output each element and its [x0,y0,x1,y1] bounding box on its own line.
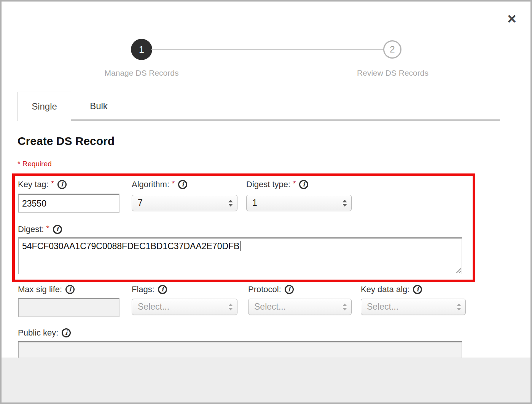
tab-bar-divider [18,119,500,121]
key-tag-input[interactable] [18,194,119,213]
tab-bulk-label: Bulk [90,101,108,111]
digest-value: 54FCF030AA1C79C0088FDEC1BD1C37DAA2E70DFB [22,241,239,251]
info-icon[interactable]: i [65,285,75,294]
digest-type-select-value: 1 [252,198,257,208]
select-arrows-icon [228,304,233,310]
key-data-alg-select[interactable]: Select... [361,299,466,315]
digest-type-label-text: Digest type: [246,180,290,189]
flags-select[interactable]: Select... [132,299,237,315]
key-data-alg-label-text: Key data alg: [361,285,409,294]
required-asterisk: * [172,179,175,188]
tab-single-label: Single [32,101,57,112]
digest-textarea[interactable]: 54FCF030AA1C79C0088FDEC1BD1C37DAA2E70DFB [18,237,462,274]
page-title: Create DS Record [18,135,115,148]
protocol-label-text: Protocol: [248,285,281,294]
protocol-select[interactable]: Select... [248,299,352,315]
info-glyph: i [303,181,305,188]
public-key-label-text: Public key: [18,328,58,338]
info-glyph: i [69,286,71,293]
select-arrows-icon [342,200,347,207]
tab-bulk[interactable]: Bulk [71,93,126,119]
digest-label-text: Digest: [18,224,44,234]
info-glyph: i [161,286,164,293]
info-glyph: i [417,286,419,293]
stepper-connector-line [151,49,384,50]
flags-label-text: Flags: [132,285,155,294]
create-ds-record-dialog: × 1 2 Manage DS Records Review DS Record… [0,0,532,404]
step-2-label: Review DS Records [332,68,454,78]
step-1-label: Manage DS Records [81,68,202,78]
info-icon[interactable]: i [285,285,294,294]
max-sig-life-input[interactable] [18,298,119,317]
info-glyph: i [61,181,63,188]
select-arrows-icon [228,200,233,207]
protocol-select-value: Select... [254,302,286,312]
text-cursor [240,241,241,251]
algorithm-label: Algorithm: * i [132,179,187,190]
algorithm-select-value: 7 [138,198,143,208]
digest-label: Digest: * i [18,224,62,235]
step-2-number: 2 [390,44,395,55]
info-icon[interactable]: i [62,328,71,337]
public-key-textarea[interactable] [18,341,462,359]
digest-type-label: Digest type: * i [246,179,308,190]
key-data-alg-label: Key data alg: i [361,284,422,295]
key-tag-label-text: Key tag: [18,180,49,189]
close-icon: × [507,10,516,27]
key-tag-label: Key tag: * i [18,179,67,190]
dialog-footer: Cancel Back Next [2,358,530,402]
info-icon[interactable]: i [413,285,422,294]
algorithm-select[interactable]: 7 [132,195,237,211]
max-sig-life-label: Max sig life: i [18,284,75,295]
flags-select-value: Select... [138,302,169,312]
public-key-label: Public key: i [18,327,71,339]
tab-single[interactable]: Single [18,92,71,121]
resize-handle-icon[interactable] [455,267,461,273]
protocol-label: Protocol: i [248,284,294,295]
algorithm-label-text: Algorithm: [132,180,169,189]
select-arrows-icon [342,304,347,310]
required-note: * Required [18,160,52,168]
info-glyph: i [182,181,184,188]
max-sig-life-label-text: Max sig life: [18,285,62,294]
info-glyph: i [56,226,59,233]
info-icon[interactable]: i [57,180,67,189]
required-asterisk: * [293,179,296,188]
flags-label: Flags: i [132,284,167,295]
info-icon[interactable]: i [178,180,187,189]
required-asterisk: * [46,224,49,233]
digest-type-select[interactable]: 1 [246,195,352,211]
step-2-indicator: 2 [383,40,401,59]
info-glyph: i [288,286,290,293]
key-data-alg-select-value: Select... [367,302,398,312]
info-icon[interactable]: i [299,180,308,189]
select-arrows-icon [457,304,461,310]
close-button[interactable]: × [503,10,521,27]
required-asterisk: * [51,179,54,188]
info-icon[interactable]: i [158,285,167,294]
step-1-indicator: 1 [131,39,152,60]
info-icon[interactable]: i [53,225,62,234]
info-glyph: i [65,329,68,336]
step-1-number: 1 [139,44,144,55]
